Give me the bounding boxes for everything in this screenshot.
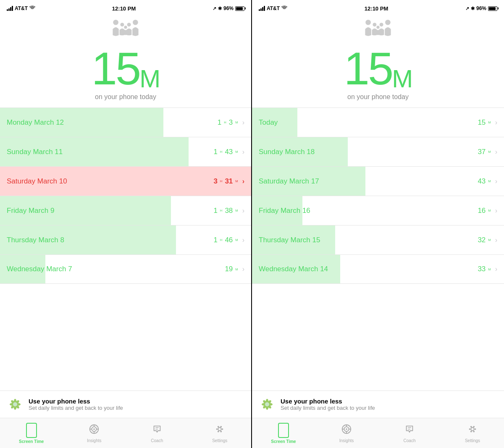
- day-row[interactable]: Friday March 91H 38M ›: [0, 196, 251, 225]
- promo-title: Use your phone less: [29, 398, 123, 405]
- day-time: 37M ›: [478, 148, 497, 156]
- tab-icon-3: [467, 424, 478, 437]
- battery-icon: [488, 6, 497, 11]
- chevron-icon: ›: [242, 207, 244, 215]
- tab-bar: Screen Time Insights Coach Settings: [0, 418, 251, 448]
- day-name: Wednesday March 14: [259, 265, 478, 273]
- svg-point-54: [475, 428, 476, 430]
- tab-icon-2: [404, 424, 415, 437]
- tab-settings[interactable]: Settings: [189, 418, 252, 448]
- status-left: AT&T: [7, 5, 35, 12]
- battery-percent: 96%: [476, 5, 486, 11]
- chevron-icon: ›: [242, 148, 244, 156]
- tab-coach[interactable]: Coach: [378, 418, 441, 448]
- signal-bars-icon: [259, 6, 265, 11]
- day-row[interactable]: Friday March 1616M ›: [252, 196, 504, 225]
- signal-bar-4: [264, 6, 265, 11]
- svg-point-26: [218, 430, 219, 432]
- day-name: Saturday March 10: [7, 177, 213, 186]
- big-time-label: on your phone today: [347, 93, 409, 101]
- big-time-value: 15: [92, 45, 139, 92]
- promo-area[interactable]: Use your phone less Set daily limits and…: [252, 390, 504, 418]
- day-name: Thursday March 15: [259, 236, 478, 244]
- family-icon-area: [252, 15, 504, 41]
- svg-point-32: [373, 23, 376, 26]
- signal-bar-3: [262, 7, 263, 11]
- tab-label: Insights: [339, 438, 354, 443]
- tab-icon-3: [214, 424, 225, 437]
- day-time: 1H 43M ›: [213, 148, 244, 156]
- screen-time-icon: [26, 423, 37, 438]
- tab-insights[interactable]: Insights: [315, 418, 378, 448]
- bluetooth-icon: ✱: [471, 6, 475, 11]
- wifi-icon: [281, 5, 287, 12]
- chevron-icon: ›: [495, 265, 497, 273]
- tab-screen-time[interactable]: Screen Time: [0, 418, 63, 448]
- day-name: Sunday March 18: [259, 148, 478, 156]
- day-row[interactable]: Saturday March 103H 31M ›: [0, 166, 251, 196]
- status-bar: AT&T 12:10 PM ↗ ✱ 96%: [252, 0, 504, 15]
- day-name: Friday March 9: [7, 207, 213, 215]
- day-name: Thursday March 8: [7, 236, 213, 244]
- big-time-unit: M: [392, 66, 412, 92]
- signal-bar-1: [7, 9, 8, 11]
- svg-point-0: [113, 20, 118, 25]
- svg-point-1: [133, 20, 138, 25]
- location-icon: ↗: [213, 6, 216, 11]
- day-row[interactable]: Today15M ›: [252, 107, 504, 137]
- day-row[interactable]: Thursday March 81H 46M ›: [0, 225, 251, 254]
- day-name: Friday March 16: [259, 207, 478, 215]
- svg-point-31: [385, 20, 391, 25]
- day-time: 1H 46M ›: [213, 236, 244, 244]
- wifi-icon: [29, 5, 35, 12]
- day-time: 16M ›: [478, 207, 497, 215]
- svg-point-25: [220, 430, 222, 432]
- day-row[interactable]: Thursday March 1532M ›: [252, 225, 504, 254]
- day-row[interactable]: Sunday March 1837M ›: [252, 137, 504, 166]
- day-time: 33M ›: [478, 265, 497, 273]
- day-row[interactable]: Wednesday March 1433M ›: [252, 254, 504, 284]
- svg-point-3: [127, 23, 131, 26]
- tab-icon-0: [278, 423, 289, 438]
- big-time-label: on your phone today: [95, 93, 156, 101]
- promo-flower-icon: [259, 396, 276, 413]
- day-row[interactable]: Sunday March 111H 43M ›: [0, 137, 251, 166]
- day-list: Monday March 121H 3M ›Sunday March 111H …: [0, 107, 251, 390]
- tab-label: Settings: [212, 438, 227, 443]
- promo-area[interactable]: Use your phone less Set daily limits and…: [0, 390, 251, 418]
- status-right: ↗ ✱ 96%: [465, 5, 497, 11]
- battery-percent: 96%: [223, 5, 234, 11]
- promo-subtitle: Set daily limits and get back to your li…: [29, 405, 123, 411]
- svg-point-30: [365, 20, 371, 25]
- status-time: 12:10 PM: [112, 5, 136, 12]
- day-row[interactable]: Saturday March 1743M ›: [252, 166, 504, 196]
- day-row[interactable]: Wednesday March 719M ›: [0, 254, 251, 284]
- tab-icon-1: [341, 424, 352, 437]
- svg-point-59: [473, 426, 475, 427]
- tab-insights[interactable]: Insights: [63, 418, 126, 448]
- signal-bar-3: [10, 7, 11, 11]
- svg-point-58: [470, 426, 472, 427]
- tab-screen-time[interactable]: Screen Time: [252, 418, 315, 448]
- svg-point-29: [220, 426, 222, 427]
- svg-point-34: [376, 26, 379, 29]
- screen-time-icon: [278, 423, 289, 438]
- svg-point-46: [346, 428, 347, 430]
- day-row[interactable]: Monday March 121H 3M ›: [0, 107, 251, 137]
- promo-text-block: Use your phone less Set daily limits and…: [281, 398, 375, 411]
- tab-coach[interactable]: Coach: [126, 418, 189, 448]
- day-time: 1H 38M ›: [213, 207, 244, 215]
- big-time-unit: M: [139, 66, 160, 92]
- svg-point-53: [471, 427, 474, 430]
- big-time-display: 15 M: [92, 45, 160, 92]
- tab-label: Insights: [87, 438, 101, 443]
- tab-bar: Screen Time Insights Coach Settings: [252, 418, 504, 448]
- promo-title: Use your phone less: [281, 398, 375, 405]
- day-time: 1H 3M ›: [218, 118, 244, 127]
- carrier-label: AT&T: [267, 5, 280, 11]
- chevron-icon: ›: [242, 119, 244, 126]
- day-name: Wednesday March 7: [7, 265, 225, 273]
- day-name: Saturday March 17: [259, 177, 478, 186]
- tab-settings[interactable]: Settings: [441, 418, 504, 448]
- status-left: AT&T: [259, 5, 287, 12]
